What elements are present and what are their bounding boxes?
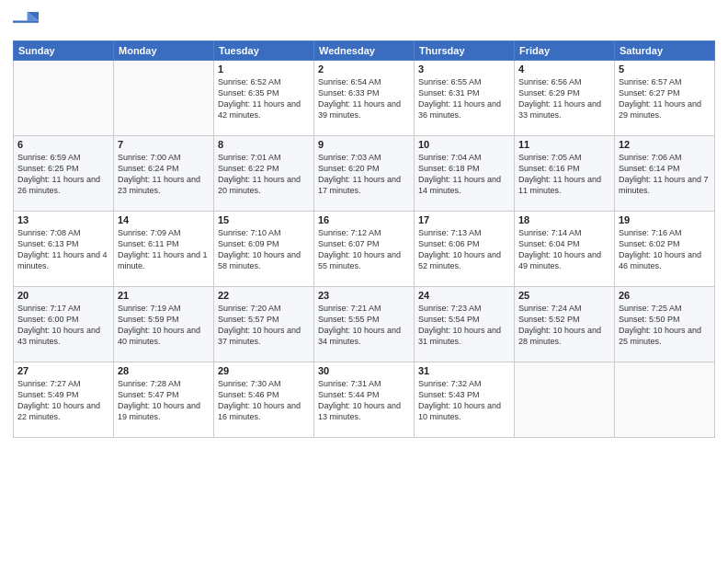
calendar-cell: 8Sunrise: 7:01 AM Sunset: 6:22 PM Daylig… xyxy=(214,136,314,212)
calendar-cell: 14Sunrise: 7:09 AM Sunset: 6:11 PM Dayli… xyxy=(114,212,214,287)
calendar-cell: 17Sunrise: 7:13 AM Sunset: 6:06 PM Dayli… xyxy=(415,212,515,287)
day-info: Sunrise: 7:24 AM Sunset: 5:52 PM Dayligh… xyxy=(518,303,610,348)
day-number: 1 xyxy=(218,63,310,75)
calendar-cell: 9Sunrise: 7:03 AM Sunset: 6:20 PM Daylig… xyxy=(314,136,415,212)
week-row-1: 1Sunrise: 6:52 AM Sunset: 6:35 PM Daylig… xyxy=(14,61,715,136)
day-number: 7 xyxy=(118,139,210,150)
calendar-table: SundayMondayTuesdayWednesdayThursdayFrid… xyxy=(13,40,715,438)
calendar-cell: 5Sunrise: 6:57 AM Sunset: 6:27 PM Daylig… xyxy=(615,61,715,136)
calendar-cell: 16Sunrise: 7:12 AM Sunset: 6:07 PM Dayli… xyxy=(314,212,415,287)
day-number: 24 xyxy=(418,290,510,301)
day-number: 13 xyxy=(17,214,109,225)
calendar-cell xyxy=(14,61,114,136)
day-info: Sunrise: 7:09 AM Sunset: 6:11 PM Dayligh… xyxy=(118,227,210,272)
day-info: Sunrise: 7:21 AM Sunset: 5:55 PM Dayligh… xyxy=(318,303,410,348)
day-info: Sunrise: 7:27 AM Sunset: 5:49 PM Dayligh… xyxy=(17,378,109,423)
day-info: Sunrise: 7:04 AM Sunset: 6:18 PM Dayligh… xyxy=(418,152,510,197)
day-number: 27 xyxy=(17,365,109,376)
day-number: 20 xyxy=(17,290,109,301)
week-row-3: 13Sunrise: 7:08 AM Sunset: 6:13 PM Dayli… xyxy=(14,212,715,287)
day-info: Sunrise: 7:06 AM Sunset: 6:14 PM Dayligh… xyxy=(619,152,711,197)
day-info: Sunrise: 6:54 AM Sunset: 6:33 PM Dayligh… xyxy=(318,76,410,121)
calendar-cell: 27Sunrise: 7:27 AM Sunset: 5:49 PM Dayli… xyxy=(14,362,114,438)
calendar-cell: 29Sunrise: 7:30 AM Sunset: 5:46 PM Dayli… xyxy=(214,362,314,438)
calendar-cell: 15Sunrise: 7:10 AM Sunset: 6:09 PM Dayli… xyxy=(214,212,314,287)
day-info: Sunrise: 7:10 AM Sunset: 6:09 PM Dayligh… xyxy=(218,227,310,272)
weekday-sunday: Sunday xyxy=(14,41,114,61)
day-number: 17 xyxy=(418,214,510,225)
day-info: Sunrise: 6:52 AM Sunset: 6:35 PM Dayligh… xyxy=(218,76,310,121)
weekday-wednesday: Wednesday xyxy=(314,41,415,61)
calendar-cell: 12Sunrise: 7:06 AM Sunset: 6:14 PM Dayli… xyxy=(615,136,715,212)
day-number: 6 xyxy=(17,139,109,150)
calendar-cell: 30Sunrise: 7:31 AM Sunset: 5:44 PM Dayli… xyxy=(314,362,415,438)
day-info: Sunrise: 6:56 AM Sunset: 6:29 PM Dayligh… xyxy=(518,76,610,121)
calendar-cell: 31Sunrise: 7:32 AM Sunset: 5:43 PM Dayli… xyxy=(415,362,515,438)
page: SundayMondayTuesdayWednesdayThursdayFrid… xyxy=(0,0,728,563)
day-number: 25 xyxy=(518,290,610,301)
svg-rect-3 xyxy=(13,20,39,22)
week-row-4: 20Sunrise: 7:17 AM Sunset: 6:00 PM Dayli… xyxy=(14,287,715,362)
day-number: 12 xyxy=(619,139,711,150)
day-number: 30 xyxy=(318,365,410,376)
calendar-cell: 7Sunrise: 7:00 AM Sunset: 6:24 PM Daylig… xyxy=(114,136,214,212)
day-info: Sunrise: 7:16 AM Sunset: 6:02 PM Dayligh… xyxy=(619,227,711,272)
day-info: Sunrise: 7:25 AM Sunset: 5:50 PM Dayligh… xyxy=(619,303,711,348)
day-number: 4 xyxy=(518,63,610,75)
calendar-cell: 18Sunrise: 7:14 AM Sunset: 6:04 PM Dayli… xyxy=(515,212,615,287)
day-info: Sunrise: 7:20 AM Sunset: 5:57 PM Dayligh… xyxy=(218,303,310,348)
day-number: 21 xyxy=(118,290,210,301)
calendar-cell: 24Sunrise: 7:23 AM Sunset: 5:54 PM Dayli… xyxy=(415,287,515,362)
day-number: 9 xyxy=(318,139,410,150)
day-info: Sunrise: 6:59 AM Sunset: 6:25 PM Dayligh… xyxy=(17,152,109,197)
logo xyxy=(13,9,40,35)
day-number: 28 xyxy=(118,365,210,376)
day-number: 2 xyxy=(318,63,410,75)
calendar-cell: 13Sunrise: 7:08 AM Sunset: 6:13 PM Dayli… xyxy=(14,212,114,287)
weekday-friday: Friday xyxy=(515,41,615,61)
header xyxy=(13,9,715,35)
day-info: Sunrise: 7:32 AM Sunset: 5:43 PM Dayligh… xyxy=(418,378,510,423)
day-number: 19 xyxy=(619,214,711,225)
day-number: 18 xyxy=(518,214,610,225)
calendar-cell: 22Sunrise: 7:20 AM Sunset: 5:57 PM Dayli… xyxy=(214,287,314,362)
day-info: Sunrise: 6:55 AM Sunset: 6:31 PM Dayligh… xyxy=(418,76,510,121)
weekday-tuesday: Tuesday xyxy=(214,41,314,61)
weekday-monday: Monday xyxy=(114,41,214,61)
day-info: Sunrise: 7:03 AM Sunset: 6:20 PM Dayligh… xyxy=(318,152,410,197)
calendar-cell xyxy=(615,362,715,438)
day-number: 8 xyxy=(218,139,310,150)
week-row-5: 27Sunrise: 7:27 AM Sunset: 5:49 PM Dayli… xyxy=(14,362,715,438)
day-info: Sunrise: 7:12 AM Sunset: 6:07 PM Dayligh… xyxy=(318,227,410,272)
day-number: 29 xyxy=(218,365,310,376)
calendar-cell: 23Sunrise: 7:21 AM Sunset: 5:55 PM Dayli… xyxy=(314,287,415,362)
day-info: Sunrise: 7:28 AM Sunset: 5:47 PM Dayligh… xyxy=(118,378,210,423)
calendar-cell: 6Sunrise: 6:59 AM Sunset: 6:25 PM Daylig… xyxy=(14,136,114,212)
calendar-cell: 20Sunrise: 7:17 AM Sunset: 6:00 PM Dayli… xyxy=(14,287,114,362)
day-number: 15 xyxy=(218,214,310,225)
day-info: Sunrise: 7:08 AM Sunset: 6:13 PM Dayligh… xyxy=(17,227,109,272)
day-info: Sunrise: 7:00 AM Sunset: 6:24 PM Dayligh… xyxy=(118,152,210,197)
day-number: 22 xyxy=(218,290,310,301)
calendar-cell: 4Sunrise: 6:56 AM Sunset: 6:29 PM Daylig… xyxy=(515,61,615,136)
weekday-saturday: Saturday xyxy=(615,41,715,61)
day-info: Sunrise: 6:57 AM Sunset: 6:27 PM Dayligh… xyxy=(619,76,711,121)
weekday-header-row: SundayMondayTuesdayWednesdayThursdayFrid… xyxy=(14,41,715,61)
calendar-cell: 19Sunrise: 7:16 AM Sunset: 6:02 PM Dayli… xyxy=(615,212,715,287)
day-info: Sunrise: 7:19 AM Sunset: 5:59 PM Dayligh… xyxy=(118,303,210,348)
logo-icon xyxy=(13,9,39,35)
day-number: 31 xyxy=(418,365,510,376)
day-info: Sunrise: 7:05 AM Sunset: 6:16 PM Dayligh… xyxy=(518,152,610,197)
day-number: 26 xyxy=(619,290,711,301)
day-number: 16 xyxy=(318,214,410,225)
day-number: 23 xyxy=(318,290,410,301)
day-number: 10 xyxy=(418,139,510,150)
calendar-cell: 3Sunrise: 6:55 AM Sunset: 6:31 PM Daylig… xyxy=(415,61,515,136)
day-info: Sunrise: 7:14 AM Sunset: 6:04 PM Dayligh… xyxy=(518,227,610,272)
calendar-cell xyxy=(114,61,214,136)
calendar-cell xyxy=(515,362,615,438)
day-info: Sunrise: 7:13 AM Sunset: 6:06 PM Dayligh… xyxy=(418,227,510,272)
calendar-cell: 28Sunrise: 7:28 AM Sunset: 5:47 PM Dayli… xyxy=(114,362,214,438)
calendar-cell: 11Sunrise: 7:05 AM Sunset: 6:16 PM Dayli… xyxy=(515,136,615,212)
day-info: Sunrise: 7:31 AM Sunset: 5:44 PM Dayligh… xyxy=(318,378,410,423)
